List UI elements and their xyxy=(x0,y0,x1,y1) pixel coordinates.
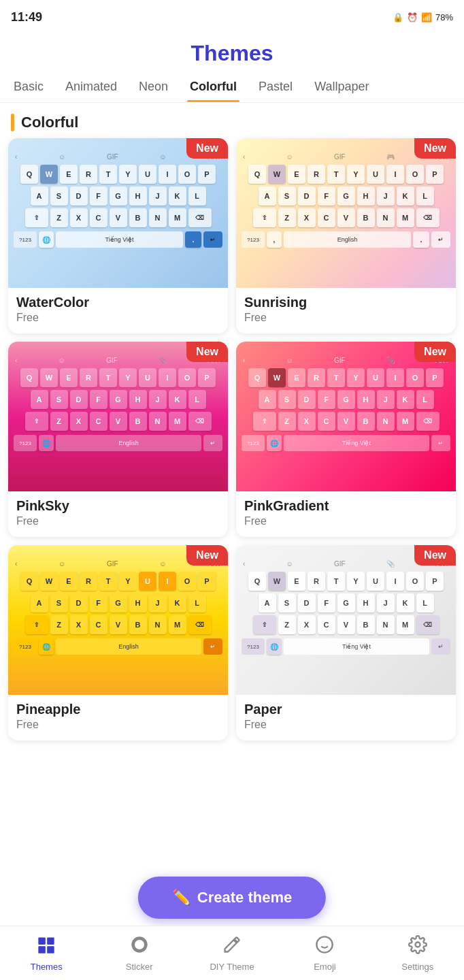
create-theme-label: Create theme xyxy=(197,889,292,906)
sticker-icon xyxy=(130,935,149,959)
bottom-nav: Themes Sticker DIY Theme Emoji Settings xyxy=(0,926,464,980)
keyboard-watercolor: ‹☺GIF☺ART QWERTYUIOP ASDFGHJKL ⇧ZXCVBNM⌫… xyxy=(8,138,228,288)
create-theme-button[interactable]: ✏️ Create theme xyxy=(138,877,326,919)
theme-info-paper: Paper Free xyxy=(236,695,456,740)
theme-card-watercolor[interactable]: New ‹☺GIF☺ART QWERTYUIOP ASDFGHJKL ⇧ZXCV… xyxy=(8,138,228,333)
wifi-icon: 📶 xyxy=(421,12,432,22)
status-bar: 11:49 🔒 ⏰ 📶 78% xyxy=(0,0,464,34)
theme-card-paper[interactable]: New ‹☺GIF📎ART QWERTYUIOP ASDFGHJKL ⇧ZXCV… xyxy=(236,545,456,740)
battery-icon: 🔒 xyxy=(393,12,403,22)
tab-neon[interactable]: Neon xyxy=(128,71,179,102)
keyboard-pinksky: ‹☺GIF📎ART QWERTYUIOP ASDFGHJKL ⇧ZXCVBNM⌫… xyxy=(8,342,228,491)
new-badge-pinkgradient: New xyxy=(414,342,456,362)
theme-price-pinksky: Free xyxy=(16,515,220,527)
theme-preview-pineapple: New ‹☺GIF☺ART QWERTYUIOP ASDFGHJKL ⇧ZXCV… xyxy=(8,545,228,695)
theme-price-paper: Free xyxy=(244,719,448,731)
nav-label-diy: DIY Theme xyxy=(210,962,254,972)
new-badge-paper: New xyxy=(414,545,456,566)
theme-name-paper: Paper xyxy=(244,702,448,717)
keyboard-paper: ‹☺GIF📎ART QWERTYUIOP ASDFGHJKL ⇧ZXCVBNM⌫… xyxy=(236,545,456,695)
nav-item-settings[interactable]: Settings xyxy=(371,935,464,972)
theme-name-sunrising: Sunrising xyxy=(244,295,448,310)
svg-rect-0 xyxy=(39,937,46,945)
theme-preview-pinksky: New ‹☺GIF📎ART QWERTYUIOP ASDFGHJKL ⇧ZXCV… xyxy=(8,342,228,491)
theme-price-sunrising: Free xyxy=(244,312,448,324)
svg-point-6 xyxy=(317,936,333,952)
battery-level: 78% xyxy=(435,12,453,22)
tab-animated[interactable]: Animated xyxy=(54,71,128,102)
keyboard-pinkgradient: ‹☺GIF📎ART QWERTYUIOP ASDFGHJKL ⇧ZXCVBNM⌫… xyxy=(236,342,456,491)
alarm-icon: ⏰ xyxy=(407,12,418,22)
settings-icon xyxy=(408,935,427,959)
theme-name-pineapple: Pineapple xyxy=(16,702,220,717)
tab-wallpaper[interactable]: Wallpaper xyxy=(303,71,380,102)
nav-label-sticker: Sticker xyxy=(126,962,153,972)
theme-preview-pinkgradient: New ‹☺GIF📎ART QWERTYUIOP ASDFGHJKL ⇧ZXCV… xyxy=(236,342,456,491)
page-title: Themes xyxy=(0,41,464,66)
svg-rect-3 xyxy=(47,946,54,953)
theme-name-watercolor: WaterColor xyxy=(16,295,220,310)
status-time: 11:49 xyxy=(11,10,42,24)
theme-name-pinkgradient: PinkGradient xyxy=(244,498,448,514)
theme-info-pineapple: Pineapple Free xyxy=(8,695,228,740)
new-badge-pineapple: New xyxy=(186,545,228,566)
theme-name-pinksky: PinkSky xyxy=(16,498,220,514)
tab-basic[interactable]: Basic xyxy=(3,71,54,102)
theme-card-pinkgradient[interactable]: New ‹☺GIF📎ART QWERTYUIOP ASDFGHJKL ⇧ZXCV… xyxy=(236,342,456,537)
new-badge-sunrising: New xyxy=(414,138,456,159)
theme-info-sunrising: Sunrising Free xyxy=(236,288,456,333)
theme-card-sunrising[interactable]: New ‹☺GIF🎮ART QWERTYUIOP ASDFGHJKL ⇧ZXCV… xyxy=(236,138,456,333)
emoji-icon xyxy=(315,935,334,959)
svg-rect-1 xyxy=(47,937,54,945)
page-header: Themes xyxy=(0,34,464,71)
theme-grid: New ‹☺GIF☺ART QWERTYUIOP ASDFGHJKL ⇧ZXCV… xyxy=(0,138,464,749)
theme-info-watercolor: WaterColor Free xyxy=(8,288,228,333)
theme-price-pinkgradient: Free xyxy=(244,515,448,527)
section-bar-accent xyxy=(11,114,14,131)
svg-point-9 xyxy=(415,942,420,947)
svg-point-5 xyxy=(135,940,144,949)
theme-info-pinkgradient: PinkGradient Free xyxy=(236,491,456,537)
status-icons: 🔒 ⏰ 📶 78% xyxy=(393,12,453,22)
diy-icon xyxy=(222,935,242,959)
theme-card-pineapple[interactable]: New ‹☺GIF☺ART QWERTYUIOP ASDFGHJKL ⇧ZXCV… xyxy=(8,545,228,740)
nav-item-themes[interactable]: Themes xyxy=(0,935,93,972)
new-badge-watercolor: New xyxy=(186,138,228,159)
create-theme-icon: ✏️ xyxy=(172,889,190,906)
keyboard-pineapple: ‹☺GIF☺ART QWERTYUIOP ASDFGHJKL ⇧ZXCVBNM⌫… xyxy=(8,545,228,695)
theme-card-pinksky[interactable]: New ‹☺GIF📎ART QWERTYUIOP ASDFGHJKL ⇧ZXCV… xyxy=(8,342,228,537)
nav-item-sticker[interactable]: Sticker xyxy=(93,935,185,972)
theme-price-pineapple: Free xyxy=(16,719,220,731)
nav-item-emoji[interactable]: Emoji xyxy=(278,935,371,972)
nav-label-emoji: Emoji xyxy=(314,962,336,972)
tab-pastel[interactable]: Pastel xyxy=(248,71,303,102)
nav-label-themes: Themes xyxy=(31,962,63,972)
tab-colorful[interactable]: Colorful xyxy=(179,71,248,102)
keyboard-sunrising: ‹☺GIF🎮ART QWERTYUIOP ASDFGHJKL ⇧ZXCVBNM⌫… xyxy=(236,138,456,288)
theme-preview-sunrising: New ‹☺GIF🎮ART QWERTYUIOP ASDFGHJKL ⇧ZXCV… xyxy=(236,138,456,288)
nav-item-diy[interactable]: DIY Theme xyxy=(186,935,278,972)
nav-label-settings: Settings xyxy=(401,962,433,972)
new-badge-pinksky: New xyxy=(186,342,228,362)
themes-icon xyxy=(37,935,56,959)
section-label: Colorful xyxy=(0,103,464,138)
theme-preview-paper: New ‹☺GIF📎ART QWERTYUIOP ASDFGHJKL ⇧ZXCV… xyxy=(236,545,456,695)
svg-rect-2 xyxy=(39,946,46,953)
theme-info-pinksky: PinkSky Free xyxy=(8,491,228,537)
theme-preview-watercolor: New ‹☺GIF☺ART QWERTYUIOP ASDFGHJKL ⇧ZXCV… xyxy=(8,138,228,288)
section-title: Colorful xyxy=(21,114,78,131)
theme-price-watercolor: Free xyxy=(16,312,220,324)
tab-bar: Basic Animated Neon Colorful Pastel Wall… xyxy=(0,71,464,103)
